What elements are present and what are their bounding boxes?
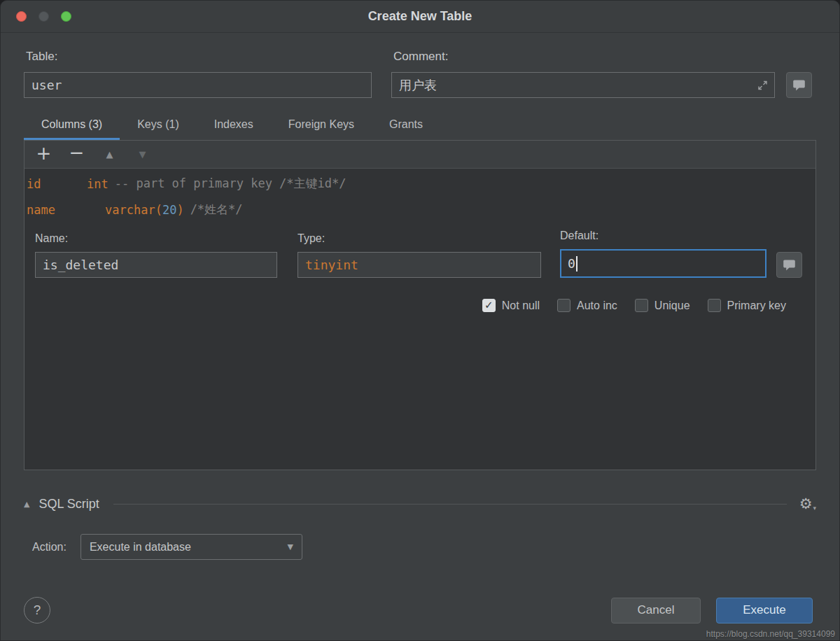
question-mark-icon: ?	[34, 603, 41, 618]
tab-grants[interactable]: Grants	[372, 111, 440, 140]
add-column-button[interactable]: +	[27, 141, 60, 168]
checkbox-auto-inc[interactable]: Auto inc	[557, 299, 617, 312]
type-label: Type:	[298, 232, 541, 245]
name-field-group: Name:	[35, 232, 277, 278]
checkbox-icon	[557, 299, 570, 312]
table-form: Table: Comment:	[1, 33, 839, 98]
column-type-size: 20	[162, 203, 176, 217]
tab-indexes[interactable]: Indexes	[197, 111, 271, 140]
column-comment: /*姓名*/	[190, 202, 243, 218]
column-name: id	[27, 177, 87, 191]
column-type: varchar(	[105, 203, 162, 217]
column-row-id[interactable]: idint-- part of primary key /*主键id*/	[24, 171, 816, 197]
default-value: 0	[568, 256, 575, 271]
plus-icon: +	[36, 144, 52, 162]
type-field-group: Type:	[298, 232, 541, 278]
tab-foreign-keys[interactable]: Foreign Keys	[271, 111, 372, 140]
column-type-input[interactable]	[298, 252, 541, 278]
column-name-input[interactable]	[35, 252, 277, 278]
remove-column-button[interactable]: −	[60, 141, 93, 168]
columns-panel: + − ▲ ▼ idint-- part of primary key /*主键…	[24, 140, 816, 470]
sql-script-title[interactable]: SQL Script	[38, 497, 99, 512]
checkbox-label: Not null	[502, 300, 540, 312]
minimize-button[interactable]	[38, 11, 49, 22]
default-label: Default:	[560, 230, 766, 242]
window-title: Create New Table	[368, 9, 472, 24]
name-label: Name:	[35, 232, 277, 245]
comment-input-wrap	[391, 72, 775, 98]
sql-settings-button[interactable]: ⚙ ▾	[799, 497, 816, 512]
collapse-arrow-icon[interactable]: ▲	[24, 500, 29, 509]
checkbox-primary-key[interactable]: Primary key	[708, 299, 786, 312]
table-field-group: Table:	[24, 43, 372, 98]
expand-field-icon[interactable]	[757, 80, 768, 90]
caret-down-icon: ▾	[813, 505, 816, 512]
cancel-button[interactable]: Cancel	[611, 598, 701, 624]
checkbox-not-null[interactable]: ✓ Not null	[482, 299, 540, 312]
default-field-group: Default: 0	[560, 230, 766, 278]
watermark: https://blog.csdn.net/qq_39314099	[706, 629, 835, 639]
create-table-dialog: Create New Table Table: Comment:	[0, 0, 840, 641]
move-down-button[interactable]: ▼	[126, 141, 159, 168]
help-button[interactable]: ?	[24, 597, 50, 624]
divider-line	[113, 504, 787, 505]
columns-list: idint-- part of primary key /*主键id*/ nam…	[24, 169, 816, 470]
column-comment-button[interactable]	[776, 252, 802, 278]
arrow-up-icon: ▲	[106, 150, 113, 159]
dropdown-arrow-icon: ▼	[287, 542, 293, 551]
table-label: Table:	[24, 43, 372, 72]
checkbox-unique[interactable]: Unique	[635, 299, 690, 312]
checkbox-label: Unique	[654, 300, 690, 312]
comment-input[interactable]	[391, 72, 775, 98]
minus-icon: −	[69, 143, 85, 162]
traffic-lights	[16, 1, 71, 32]
columns-toolbar: + − ▲ ▼	[24, 141, 816, 169]
column-editor: Name: Type: Default: 0	[24, 223, 816, 312]
titlebar: Create New Table	[1, 1, 839, 33]
tab-columns[interactable]: Columns (3)	[24, 111, 120, 140]
column-flags: ✓ Not null Auto inc Unique Primary	[35, 299, 801, 312]
action-select[interactable]: Execute in database ▼	[80, 534, 302, 560]
comment-line	[391, 72, 812, 98]
column-type: int	[87, 177, 108, 191]
gear-icon: ⚙	[799, 497, 813, 512]
execute-button[interactable]: Execute	[716, 598, 813, 624]
close-button[interactable]	[16, 11, 27, 22]
checkbox-checked-icon: ✓	[482, 299, 496, 312]
action-label: Action:	[32, 541, 66, 554]
dialog-tabs: Columns (3) Keys (1) Indexes Foreign Key…	[1, 111, 839, 140]
dialog-footer: ? Cancel Execute	[24, 597, 813, 624]
comment-label: Comment:	[391, 43, 812, 72]
column-name: name	[27, 203, 105, 217]
comment-field-group: Comment:	[391, 43, 812, 98]
checkbox-label: Primary key	[727, 300, 786, 312]
action-row: Action: Execute in database ▼	[24, 534, 816, 560]
check-icon: ✓	[484, 300, 493, 311]
checkbox-label: Auto inc	[577, 300, 617, 312]
sql-script-header: ▲ SQL Script ⚙ ▾	[24, 497, 816, 512]
checkbox-icon	[635, 299, 648, 312]
column-type-close: )	[176, 203, 183, 217]
table-comment-button[interactable]	[786, 72, 812, 98]
checkbox-icon	[708, 299, 721, 312]
tab-keys[interactable]: Keys (1)	[120, 111, 197, 140]
action-selected-value: Execute in database	[90, 541, 191, 554]
speech-bubble-icon	[783, 259, 796, 271]
column-default-input[interactable]: 0	[560, 249, 766, 278]
zoom-button[interactable]	[61, 11, 71, 22]
move-up-button[interactable]: ▲	[93, 141, 126, 168]
footer-buttons: Cancel Execute	[611, 598, 813, 624]
column-row-name[interactable]: namevarchar(20)/*姓名*/	[24, 197, 816, 223]
text-caret	[576, 256, 578, 272]
column-comment: -- part of primary key /*主键id*/	[115, 176, 346, 192]
speech-bubble-icon	[792, 79, 806, 91]
arrow-down-icon: ▼	[139, 150, 146, 159]
table-name-input[interactable]	[24, 72, 372, 98]
column-editor-fields: Name: Type: Default: 0	[35, 230, 801, 278]
